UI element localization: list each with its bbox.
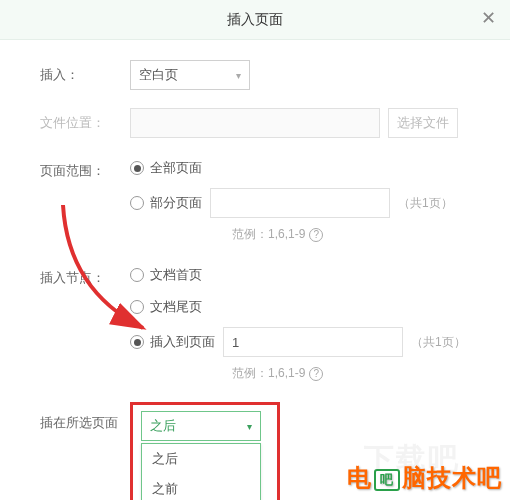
radio-to-page[interactable]: 插入到页面 [130,330,215,354]
insert-select[interactable]: 空白页 ▾ [130,60,250,90]
radio-icon [130,335,144,349]
chevron-down-icon: ▾ [236,70,241,81]
radio-last-page-label: 文档尾页 [150,298,202,316]
radio-all-pages[interactable]: 全部页面 [130,156,480,180]
row-file-location: 文件位置： 选择文件 [40,108,480,138]
row-position: 插在所选页面 之后 ▾ 之后 之前 [40,402,480,500]
position-select[interactable]: 之后 ▾ [141,411,261,441]
radio-last-page[interactable]: 文档尾页 [130,295,480,319]
highlighted-region: 之后 ▾ 之后 之前 [130,402,280,500]
page-range-example: 范例：1,6,1-9 [232,226,305,243]
row-page-range: 页面范围： 全部页面 部分页面 （共1页） 范例：1,6,1-9 ? [40,156,480,243]
row-insert: 插入： 空白页 ▾ [40,60,480,90]
help-icon[interactable]: ? [309,367,323,381]
chevron-down-icon: ▾ [247,421,252,432]
dialog-header: 插入页面 ✕ [0,0,510,40]
radio-all-pages-label: 全部页面 [150,159,202,177]
close-button[interactable]: ✕ [478,8,498,28]
insert-select-value: 空白页 [139,66,178,84]
radio-first-page[interactable]: 文档首页 [130,263,480,287]
to-page-input[interactable] [223,327,403,357]
help-icon[interactable]: ? [309,228,323,242]
radio-partial-pages[interactable]: 部分页面 [130,191,202,215]
file-location-input [130,108,380,138]
insert-label: 插入： [40,60,130,84]
partial-pages-total: （共1页） [398,195,453,212]
radio-first-page-label: 文档首页 [150,266,202,284]
radio-to-page-label: 插入到页面 [150,333,215,351]
insert-point-example: 范例：1,6,1-9 [232,365,305,382]
radio-icon [130,196,144,210]
insert-point-label: 插入节点： [40,263,130,287]
position-label: 插在所选页面 [40,402,130,432]
position-select-value: 之后 [150,417,176,435]
partial-pages-input[interactable] [210,188,390,218]
page-range-label: 页面范围： [40,156,130,180]
radio-partial-pages-label: 部分页面 [150,194,202,212]
position-option-after[interactable]: 之后 [142,444,260,474]
radio-icon [130,300,144,314]
dialog-content: 插入： 空白页 ▾ 文件位置： 选择文件 页面范围： 全部页面 [0,40,510,500]
row-insert-point: 插入节点： 文档首页 文档尾页 插入到页面 （共1页） 范例：1,6,1-9 ? [40,263,480,382]
position-dropdown: 之后 之前 [141,443,261,500]
browse-file-button: 选择文件 [388,108,458,138]
file-location-label: 文件位置： [40,108,130,132]
dialog-title: 插入页面 [227,11,283,29]
radio-icon [130,161,144,175]
to-page-total: （共1页） [411,334,466,351]
position-option-before[interactable]: 之前 [142,474,260,500]
radio-icon [130,268,144,282]
